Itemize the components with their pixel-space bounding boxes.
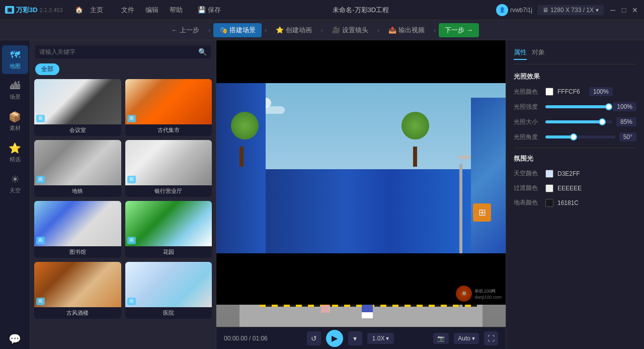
step-camera-button[interactable]: 🎥 设置镜头 bbox=[326, 23, 374, 37]
home-label[interactable]: 主页 bbox=[87, 4, 106, 17]
chat-icon: 💬 bbox=[9, 333, 21, 345]
light-color-row: 光照颜色 FFFCF6 100% bbox=[514, 87, 636, 96]
loop-button[interactable]: ↺ bbox=[307, 331, 321, 345]
step-export-button[interactable]: 📤 输出视频 bbox=[382, 23, 431, 37]
list-item[interactable]: 商 银行营业厅 bbox=[125, 140, 212, 197]
sidebar-item-chat[interactable]: 💬 bbox=[2, 329, 28, 349]
help-menu[interactable]: 帮助 bbox=[165, 4, 188, 17]
asset-thumbnail: 商 bbox=[34, 262, 121, 307]
light-color-pct: 100% bbox=[589, 87, 613, 96]
close-button[interactable]: ✕ bbox=[631, 6, 639, 14]
resolution-display[interactable]: 🖥 1280 X 733 / 1X ▾ bbox=[537, 5, 604, 15]
list-item[interactable]: 商 会议室 bbox=[34, 79, 121, 136]
asset-badge: 商 bbox=[127, 176, 136, 183]
filter-all-button[interactable]: 全部 bbox=[35, 63, 59, 75]
sidebar-item-sky[interactable]: ☀ 天空 bbox=[2, 169, 28, 198]
app-logo: ▣ 万彩3D 2.1.2.453 bbox=[5, 6, 63, 15]
sidebar-item-asset[interactable]: 📦 素材 bbox=[2, 107, 28, 136]
transition-color-label: 过渡颜色 bbox=[514, 184, 541, 192]
sidebar-icons: 🗺 地图 🏙 场景 📦 素材 ⭐ 精选 ☀ 天空 💬 bbox=[0, 40, 30, 349]
monitor-icon: 🖥 bbox=[542, 7, 548, 14]
resolution-text: 1280 X 733 / 1X bbox=[550, 7, 594, 14]
next-step-button[interactable]: 下一步 → bbox=[439, 23, 479, 37]
save-icon: 💾 bbox=[198, 6, 206, 14]
light-color-swatch[interactable] bbox=[545, 88, 553, 96]
chevron-icon-3: › bbox=[321, 27, 323, 34]
tab-object[interactable]: 对象 bbox=[532, 48, 545, 60]
light-size-row: 光照大小 85% bbox=[514, 117, 636, 126]
list-item[interactable]: 商 图书馆 bbox=[34, 201, 121, 258]
list-item[interactable]: 商 古代集市 bbox=[125, 79, 212, 136]
list-item[interactable]: 商 古风酒楼 bbox=[34, 262, 121, 319]
light-intensity-row: 光照强度 100% bbox=[514, 102, 636, 111]
asset-badge: 商 bbox=[127, 237, 136, 244]
tab-properties[interactable]: 属性 bbox=[514, 48, 527, 60]
quality-chevron: ▾ bbox=[472, 335, 475, 342]
properties-tabs: 属性 对象 bbox=[514, 48, 636, 64]
light-color-label: 光照颜色 bbox=[514, 88, 541, 96]
play-button[interactable]: ▶ bbox=[326, 330, 343, 347]
sidebar-item-scene[interactable]: 🏙 场景 bbox=[2, 76, 28, 105]
prev-step-button[interactable]: ← 上一步 bbox=[165, 23, 205, 37]
search-bar: 🔍 bbox=[35, 45, 211, 58]
user-avatar: 👤 bbox=[496, 4, 508, 16]
window-controls: ─ □ ✕ bbox=[609, 6, 639, 14]
save-button[interactable]: 💾 保存 bbox=[193, 4, 226, 17]
light-angle-slider[interactable] bbox=[545, 135, 615, 138]
home-btn[interactable]: 🏠 bbox=[72, 4, 86, 16]
sky-color-swatch[interactable] bbox=[545, 170, 553, 178]
chevron-icon-4: › bbox=[377, 27, 379, 34]
video-area: ⊞ 单 单机100网 danji100.com bbox=[216, 40, 506, 327]
skip-button[interactable]: ▾ bbox=[348, 331, 362, 345]
step-build-button[interactable]: 🎭 搭建场景 bbox=[213, 23, 262, 37]
camera-icon: 🎥 bbox=[332, 26, 340, 34]
step-animate-button[interactable]: ⭐ 创建动画 bbox=[270, 23, 318, 37]
light-size-slider[interactable] bbox=[545, 120, 612, 123]
search-icon: 🔍 bbox=[198, 48, 207, 56]
search-input[interactable] bbox=[39, 48, 195, 55]
asset-name: 医院 bbox=[125, 307, 212, 319]
transition-color-swatch[interactable] bbox=[545, 184, 553, 192]
edit-menu[interactable]: 编辑 bbox=[140, 4, 164, 17]
light-color-hex: FFFCF6 bbox=[557, 88, 585, 95]
transform-icon[interactable]: ⊞ bbox=[473, 203, 491, 222]
sidebar-item-select[interactable]: ⭐ 精选 bbox=[2, 138, 28, 167]
light-intensity-pct: 100% bbox=[613, 102, 636, 111]
asset-grid: 商 会议室 商 古代集市 商 地铁 bbox=[30, 79, 216, 349]
list-item[interactable]: 商 地铁 bbox=[34, 140, 121, 197]
list-item[interactable]: 商 医院 bbox=[125, 262, 212, 319]
app-name: 万彩3D bbox=[16, 6, 38, 15]
asset-badge: 商 bbox=[36, 298, 45, 305]
titlebar: ▣ 万彩3D 2.1.2.453 🏠 主页 文件 编辑 帮助 💾 保存 未命名-… bbox=[0, 0, 644, 20]
ground-color-hex: 16181C bbox=[557, 199, 585, 206]
asset-badge: 商 bbox=[36, 237, 45, 244]
chevron-icon-2: › bbox=[265, 27, 267, 34]
sidebar-item-map[interactable]: 🗺 地图 bbox=[2, 45, 28, 74]
sky-color-label: 天空颜色 bbox=[514, 169, 541, 178]
sky-icon: ☀ bbox=[11, 173, 20, 185]
maximize-button[interactable]: □ bbox=[620, 6, 628, 14]
properties-panel: 属性 对象 光照效果 光照颜色 FFFCF6 100% 光照强度 100% 光照… bbox=[506, 40, 644, 349]
watermark: 单 单机100网 danji100.com bbox=[456, 286, 502, 302]
export-icon: 📤 bbox=[388, 26, 396, 34]
map-icon: 🗺 bbox=[10, 49, 20, 61]
prev-arrow-icon: ← bbox=[171, 26, 178, 34]
ground-color-swatch[interactable] bbox=[545, 199, 553, 207]
list-item[interactable]: 商 花园 bbox=[125, 201, 212, 258]
light-angle-val: 50° bbox=[619, 132, 636, 142]
fullscreen-button[interactable]: ⛶ bbox=[484, 331, 498, 345]
camera-capture-button[interactable]: 📷 bbox=[433, 333, 449, 344]
asset-name: 古风酒楼 bbox=[34, 307, 121, 319]
animate-icon: ⭐ bbox=[276, 26, 284, 34]
light-intensity-label: 光照强度 bbox=[514, 103, 541, 111]
speed-button[interactable]: 1.0X ▾ bbox=[367, 333, 394, 344]
asset-badge: 商 bbox=[36, 176, 45, 183]
ambient-section-title: 氛围光 bbox=[514, 154, 636, 163]
light-intensity-slider[interactable] bbox=[545, 105, 609, 108]
quality-button[interactable]: Auto ▾ bbox=[454, 333, 479, 344]
minimize-button[interactable]: ─ bbox=[609, 6, 617, 14]
chevron-icon-5: › bbox=[434, 27, 436, 34]
file-menu[interactable]: 文件 bbox=[116, 4, 139, 17]
sky-color-hex: D3E2FF bbox=[557, 170, 585, 177]
map-label: 地图 bbox=[10, 62, 21, 70]
